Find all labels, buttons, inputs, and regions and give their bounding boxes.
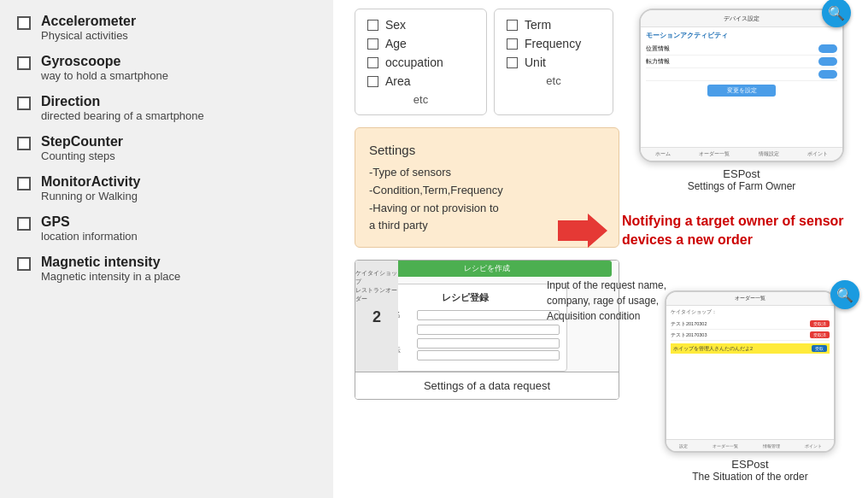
espost-bottom-label: ESPost [648,458,853,471]
row-label-2: 転力情報 [646,57,670,66]
sensor-content-direction: Direction directed bearing of a smartpho… [41,94,204,122]
bottom-tab-infomgmt[interactable]: 情報管理 [763,443,780,448]
left-card-item-area: Area [367,74,474,88]
right-card-checkbox-unit[interactable] [507,57,518,68]
right-card-checkbox-frequency[interactable] [507,38,518,50]
right-data-card: Term Frequency Unit etc [494,9,613,115]
row-label-1: 位置情報 [646,44,670,53]
left-card-item-occupation: occupation [367,56,474,69]
left-card-checkbox-area[interactable] [367,76,378,87]
top-phone-mockup: デバイス設定 モーションアクティビティ 位置情報 転力情報 [639,9,844,162]
sensor-checkbox-magnetic[interactable] [17,257,31,271]
sensor-item-accelerometer: Accelerometer Physical activities [17,14,316,42]
mock-form-title: レシピ登録 [370,291,560,304]
order-btn-2[interactable]: 受取済 [810,331,830,338]
right-panel: 🔍 デバイス設定 モーションアクティビティ 位置情報 転力情報 [624,0,868,498]
right-card-checkbox-term[interactable] [507,20,518,31]
sensor-item-monitoractivity: MonitorActivity Running or Walking [17,174,316,202]
sensor-item-gps: GPS location information [17,214,316,243]
sensor-content-magnetic: Magnetic intensity Magnetic intensity in… [41,255,180,283]
mock-form-row-2: 食材 [370,324,560,335]
left-card-etc: etc [367,93,474,106]
bottom-tab-order[interactable]: オーダー一覧 [699,150,730,158]
bottom-tab-points[interactable]: ポイント [805,443,822,448]
left-data-card: Sex Age occupation Area etc [355,9,487,115]
arrow-container [545,212,622,249]
bottom-tab-settings[interactable]: 設定 [679,443,688,448]
top-phone-section: 🔍 デバイス設定 モーションアクティビティ 位置情報 転力情報 [639,9,844,192]
left-card-label-sex: Sex [385,18,406,32]
sensor-item-magnetic: Magnetic intensity Magnetic intensity in… [17,255,316,283]
toggle-1[interactable] [818,44,837,53]
sensor-desc-accelerometer: Physical activities [41,29,136,42]
svg-marker-0 [558,214,607,248]
right-arrow-icon [558,212,609,249]
bottom-tab-home[interactable]: ホーム [655,150,671,158]
top-phone-row-3 [646,68,837,81]
order-row-1: テスト20170302 受取済 [671,319,830,330]
sensor-content-stepcounter: StepCounter Counting steps [41,134,123,162]
sensor-desc-stepcounter: Counting steps [41,149,123,162]
bottom-phone-section: 🔍 オーダー一覧 ケイタイショップ： テスト20170302 受取済 テスト20… [648,290,853,483]
sensor-item-gyroscope: Gyroscoope way to hold a smartphone [17,54,316,82]
bottom-section-label: ケイタイショップ： [671,308,830,316]
mock-sidebar: ケイタイショップレストランオーダー 2 [355,261,398,372]
mock-input-method2[interactable] [417,350,560,360]
bottom-tab-point[interactable]: ポイント [807,150,828,158]
mock-order-count: 2 [372,308,381,326]
top-phone-topbar: デバイス設定 [641,10,842,27]
top-phone-bottombar: ホーム オーダー一覧 情報設定 ポイント [641,147,842,161]
top-phone-wrapper: 🔍 デバイス設定 モーションアクティビティ 位置情報 転力情報 [639,9,844,162]
left-card-checkbox-sex[interactable] [367,20,378,31]
right-card-label-term: Term [525,18,551,32]
order-label-3: ホイップを管理人さんたのんだよ2 [673,346,753,352]
bottom-phone-bottombar: 設定 オーダー一覧 情報管理 ポイント [666,439,834,451]
right-card-item-frequency: Frequency [507,37,601,50]
bottom-phone-wrapper: 🔍 オーダー一覧 ケイタイショップ： テスト20170302 受取済 テスト20… [648,290,853,453]
sensor-content-monitoractivity: MonitorActivity Running or Walking [41,174,140,202]
bottom-phone-title: オーダー一覧 [735,295,765,302]
top-phone-content: モーションアクティビティ 位置情報 転力情報 変更を設定 [641,27,842,147]
sensor-checkbox-gyroscope[interactable] [17,56,31,70]
espost-bottom-sublabel: The Situation of the order [648,471,853,483]
sensor-checkbox-gps[interactable] [17,217,31,231]
bottom-tab-info[interactable]: 情報設定 [759,150,779,158]
left-card-item-sex: Sex [367,18,474,32]
sensor-checkbox-stepcounter[interactable] [17,137,31,150]
sensor-title-magnetic: Magnetic intensity [41,255,180,270]
magnify-top-icon[interactable]: 🔍 [822,0,851,27]
sensor-checkbox-direction[interactable] [17,97,31,110]
sensor-checkbox-monitoractivity[interactable] [17,177,31,190]
order-btn-1[interactable]: 受取済 [810,320,830,327]
sensor-title-gyroscope: Gyroscoope [41,54,168,69]
left-card-checkbox-age[interactable] [367,38,378,50]
right-card-etc: etc [507,74,601,87]
sensor-title-monitoractivity: MonitorActivity [41,174,140,190]
toggle-3[interactable] [818,70,837,79]
mock-input-method1[interactable] [417,338,560,349]
settings-line-1: -Condition,Term,Frequency [369,182,605,200]
sensor-desc-gps: location information [41,230,138,243]
sensor-desc-gyroscope: way to hold a smartphone [41,69,168,82]
bottom-tab-orders[interactable]: オーダー一覧 [713,443,738,448]
toggle-2[interactable] [818,57,837,66]
phone-blue-btn[interactable]: 変更を設定 [707,85,776,97]
sensor-content-accelerometer: Accelerometer Physical activities [41,14,136,42]
left-card-label-area: Area [385,74,411,88]
mock-input-recipe[interactable] [417,310,560,320]
left-card-item-age: Age [367,37,474,50]
magnify-bottom-icon[interactable]: 🔍 [830,280,859,309]
sensor-content-gps: GPS location information [41,214,138,243]
mock-create-btn[interactable]: レシピを作成 [362,261,612,277]
mock-form-row-1: レシピ名 [370,309,560,320]
left-card-label-age: Age [385,37,407,50]
sensor-content-gyroscope: Gyroscoope way to hold a smartphone [41,54,168,82]
order-row-3: ホイップを管理人さんたのんだよ2 受取 [671,343,830,354]
bottom-phone-topbar: オーダー一覧 [666,292,834,306]
top-phone-row-1: 位置情報 [646,43,837,56]
sensor-checkbox-accelerometer[interactable] [17,16,31,30]
top-phone-section-title: モーションアクティビティ [646,31,837,40]
order-btn-3[interactable]: 受取 [812,345,827,352]
left-card-checkbox-occupation[interactable] [367,57,378,68]
mock-input-food[interactable] [417,325,560,335]
